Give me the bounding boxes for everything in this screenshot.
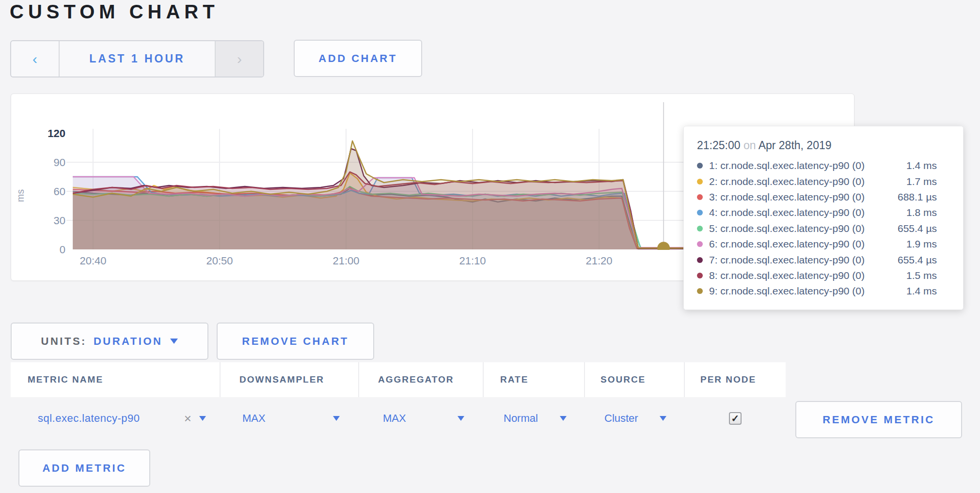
tooltip-series-label: 7: cr.node.sql.exec.latency-p90 (0)	[709, 254, 898, 266]
metric-dropdown-icon[interactable]	[199, 416, 206, 421]
remove-chart-button[interactable]: REMOVE CHART	[217, 323, 374, 360]
svg-text:120: 120	[47, 127, 65, 139]
tooltip-series-value: 1.7 ms	[906, 176, 937, 187]
downsampler-cell: MAX	[221, 397, 359, 440]
series-color-dot-icon	[697, 163, 703, 169]
series-color-dot-icon	[697, 194, 703, 200]
tooltip-series-label: 8: cr.node.sql.exec.latency-p90 (0)	[709, 270, 906, 281]
tooltip-series-value: 655.4 µs	[898, 223, 937, 234]
svg-text:21:10: 21:10	[459, 255, 486, 267]
metric-name-cell: sql.exec.latency-p90 ×	[11, 397, 221, 440]
tooltip-series-value: 1.4 ms	[906, 160, 937, 171]
svg-text:0: 0	[60, 244, 65, 256]
tooltip-date: Apr 28th, 2019	[759, 139, 832, 152]
chevron-left-icon: ‹	[32, 52, 37, 66]
time-prev-button[interactable]: ‹	[11, 41, 60, 77]
header-rate: RATE	[484, 362, 585, 397]
tooltip-series-value: 1.8 ms	[906, 207, 937, 218]
svg-text:60: 60	[54, 185, 65, 198]
tooltip-series-label: 9: cr.node.sql.exec.latency-p90 (0)	[709, 285, 906, 297]
metrics-table-header: METRIC NAME DOWNSAMPLER AGGREGATOR RATE …	[11, 362, 786, 397]
series-color-dot-icon	[697, 273, 703, 278]
series-color-dot-icon	[697, 210, 703, 216]
header-metric-name: METRIC NAME	[11, 362, 221, 397]
add-metric-button[interactable]: ADD METRIC	[18, 449, 150, 487]
tooltip-series-value: 1.5 ms	[906, 270, 937, 281]
tooltip-series-list: 1: cr.node.sql.exec.latency-p90 (0)1.4 m…	[684, 158, 963, 299]
tooltip-series-label: 3: cr.node.sql.exec.latency-p90 (0)	[709, 191, 898, 203]
chart-tooltip: 21:25:00 on Apr 28th, 2019 1: cr.node.sq…	[683, 126, 964, 310]
tooltip-series-value: 1.4 ms	[906, 285, 937, 297]
time-window-selector: ‹ LAST 1 HOUR ›	[10, 40, 264, 77]
downsampler-value[interactable]: MAX	[242, 412, 266, 425]
remove-metric-button[interactable]: REMOVE METRIC	[795, 401, 962, 438]
tooltip-title: 21:25:00 on Apr 28th, 2019	[684, 126, 963, 158]
series-color-dot-icon	[697, 257, 703, 263]
tooltip-series-row: 3: cr.node.sql.exec.latency-p90 (0)688.1…	[697, 189, 937, 205]
series-color-dot-icon	[697, 288, 703, 294]
tooltip-series-row: 6: cr.node.sql.exec.latency-p90 (0)1.9 m…	[697, 236, 937, 252]
time-window-label[interactable]: LAST 1 HOUR	[60, 41, 215, 77]
source-cell: Cluster	[585, 397, 685, 440]
svg-text:21:00: 21:00	[332, 255, 359, 267]
svg-text:90: 90	[54, 156, 65, 169]
rate-cell: Normal	[484, 397, 585, 440]
units-label: UNITS:	[41, 335, 87, 348]
add-chart-button[interactable]: ADD CHART	[294, 40, 422, 77]
per-node-checkbox[interactable]: ✓	[729, 412, 742, 425]
rate-value[interactable]: Normal	[504, 412, 538, 425]
tooltip-series-label: 6: cr.node.sql.exec.latency-p90 (0)	[709, 238, 906, 250]
source-value[interactable]: Cluster	[604, 412, 638, 425]
tooltip-series-row: 9: cr.node.sql.exec.latency-p90 (0)1.4 m…	[697, 283, 937, 299]
units-value: DURATION	[94, 335, 162, 348]
time-next-button[interactable]: ›	[215, 41, 263, 77]
tooltip-series-row: 8: cr.node.sql.exec.latency-p90 (0)1.5 m…	[697, 268, 937, 283]
svg-text:ms: ms	[15, 189, 26, 202]
svg-text:21:20: 21:20	[585, 255, 612, 267]
tooltip-series-row: 5: cr.node.sql.exec.latency-p90 (0)655.4…	[697, 221, 937, 236]
header-source: SOURCE	[585, 362, 685, 397]
rate-dropdown-icon[interactable]	[560, 416, 567, 421]
tooltip-series-value: 655.4 µs	[898, 254, 937, 266]
aggregator-cell: MAX	[359, 397, 484, 440]
tooltip-series-label: 4: cr.node.sql.exec.latency-p90 (0)	[709, 207, 906, 218]
svg-text:20:50: 20:50	[206, 255, 233, 267]
page-title: CUSTOM CHART	[10, 1, 219, 23]
tooltip-series-value: 688.1 µs	[898, 191, 937, 203]
aggregator-value[interactable]: MAX	[383, 412, 406, 425]
header-downsampler: DOWNSAMPLER	[221, 362, 359, 397]
per-node-cell: ✓	[685, 397, 786, 440]
series-color-dot-icon	[697, 241, 703, 247]
svg-text:30: 30	[54, 215, 65, 227]
chevron-down-icon	[170, 339, 178, 344]
clear-metric-icon[interactable]: ×	[184, 411, 191, 426]
tooltip-series-label: 5: cr.node.sql.exec.latency-p90 (0)	[709, 223, 898, 234]
series-color-dot-icon	[697, 179, 703, 185]
tooltip-on-word: on	[743, 139, 756, 152]
tooltip-series-value: 1.9 ms	[906, 238, 937, 250]
downsampler-dropdown-icon[interactable]	[333, 416, 340, 421]
metric-name-value[interactable]: sql.exec.latency-p90	[38, 412, 140, 425]
units-dropdown[interactable]: UNITS: DURATION	[11, 323, 208, 360]
tooltip-series-label: 2: cr.node.sql.exec.latency-p90 (0)	[709, 176, 906, 187]
aggregator-dropdown-icon[interactable]	[458, 416, 464, 421]
source-dropdown-icon[interactable]	[660, 416, 666, 421]
header-aggregator: AGGREGATOR	[359, 362, 484, 397]
tooltip-series-row: 7: cr.node.sql.exec.latency-p90 (0)655.4…	[697, 252, 937, 267]
header-per-node: PER NODE	[685, 362, 786, 397]
tooltip-series-label: 1: cr.node.sql.exec.latency-p90 (0)	[709, 160, 906, 171]
series-color-dot-icon	[697, 226, 703, 231]
tooltip-time: 21:25:00	[697, 139, 741, 152]
svg-text:20:40: 20:40	[79, 255, 106, 267]
chevron-right-icon: ›	[237, 52, 242, 66]
tooltip-series-row: 4: cr.node.sql.exec.latency-p90 (0)1.8 m…	[697, 205, 937, 220]
metric-row: sql.exec.latency-p90 × MAX MAX Normal Cl…	[11, 397, 786, 440]
tooltip-series-row: 1: cr.node.sql.exec.latency-p90 (0)1.4 m…	[697, 158, 937, 173]
tooltip-series-row: 2: cr.node.sql.exec.latency-p90 (0)1.7 m…	[697, 173, 937, 189]
